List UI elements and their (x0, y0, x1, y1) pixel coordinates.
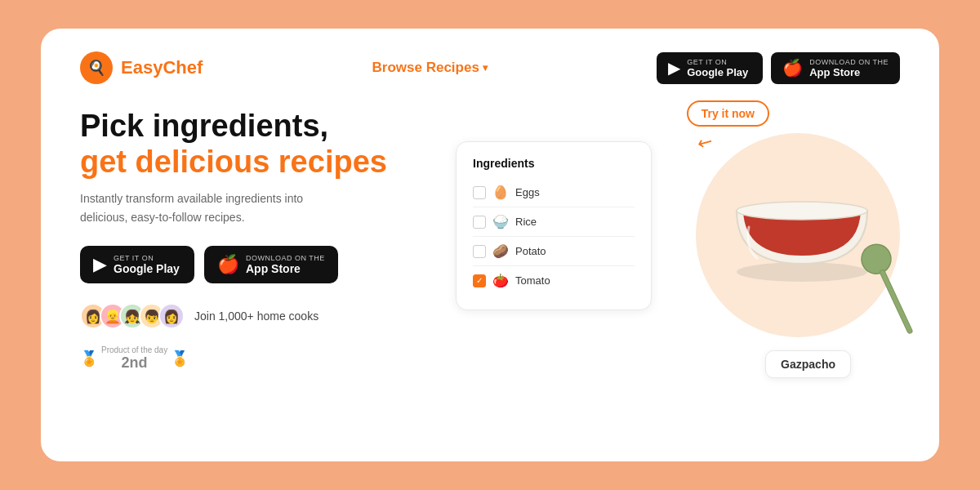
ingredients-title: Ingredients (473, 157, 635, 170)
ingredient-row-potato: 🥔 Potato (473, 237, 635, 266)
download-buttons: ▶ GET IT ON Google Play 🍎 Download on th… (80, 246, 423, 283)
apple-icon: 🍎 (782, 58, 803, 78)
recipe-label: Gazpacho (765, 350, 851, 378)
checkbox-tomato[interactable]: ✓ (473, 274, 486, 287)
ingredient-row-eggs: 🥚 Eggs (473, 178, 635, 207)
google-play-small-text: GET IT ON (687, 58, 748, 66)
badge-right-icon: 🏅 (171, 350, 189, 368)
header-app-store-button[interactable]: 🍎 Download on the App Store (771, 52, 900, 84)
header: 🍳 EasyChef Browse Recipes ▾ ▶ GET IT ON … (41, 29, 939, 84)
checkbox-potato[interactable] (473, 245, 486, 258)
svg-rect-7 (880, 270, 913, 335)
recipe-name: Gazpacho (781, 358, 835, 371)
tomato-icon: 🍅 (492, 273, 509, 288)
product-badge: 🏅 Product of the day 2nd 🏅 (80, 345, 423, 372)
checkbox-rice[interactable] (473, 216, 486, 229)
ingredient-row-rice: 🍚 Rice (473, 207, 635, 237)
eggs-icon: 🥚 (492, 185, 509, 200)
headline-black: Pick ingredients, (80, 109, 328, 143)
potato-icon: 🥔 (492, 243, 509, 259)
chevron-down-icon: ▾ (483, 62, 488, 74)
potato-label: Potato (515, 245, 546, 257)
try-it-label: Try it now (702, 107, 755, 120)
google-play-icon: ▶ (93, 254, 107, 275)
app-store-big-text: App Store (809, 66, 889, 78)
left-column: Pick ingredients, get delicious recipes … (80, 109, 423, 372)
social-proof: 👩 👱 👧 👦 👩 Join 1,000+ home cooks (80, 303, 423, 329)
main-content: Pick ingredients, get delicious recipes … (41, 84, 939, 372)
badge-label: Product of the day (101, 345, 167, 354)
logo-text: EasyChef (121, 57, 203, 78)
badge-rank: 2nd (122, 354, 148, 372)
apple-small-text: Download on the (246, 254, 325, 262)
ingredient-row-tomato: ✓ 🍅 Tomato (473, 266, 635, 295)
google-play-big-text: Google Play (687, 66, 748, 78)
google-play-icon: ▶ (668, 58, 680, 78)
svg-point-5 (737, 202, 867, 220)
avatar-group: 👩 👱 👧 👦 👩 (80, 303, 185, 329)
logo-area: 🍳 EasyChef (80, 51, 203, 84)
rice-label: Rice (515, 216, 537, 228)
checkbox-eggs[interactable] (473, 186, 486, 199)
header-store-buttons: ▶ GET IT ON Google Play 🍎 Download on th… (657, 52, 900, 84)
avatar: 👩 (158, 303, 185, 329)
app-store-small-text: Download on the (809, 58, 889, 66)
apple-big-text: App Store (246, 262, 325, 275)
ingredients-card: Ingredients 🥚 Eggs 🍚 Rice 🥔 Potato (456, 141, 652, 310)
tomato-label: Tomato (515, 274, 550, 287)
browse-recipes-label: Browse Recipes (372, 60, 479, 76)
hero-subtext: Instantly transform available ingredient… (80, 189, 341, 226)
svg-point-0 (737, 262, 867, 282)
social-proof-text: Join 1,000+ home cooks (194, 310, 318, 323)
badge-left-icon: 🏅 (80, 350, 98, 368)
logo-chef: Chef (163, 57, 203, 78)
logo-easy: Easy (121, 57, 163, 78)
rice-icon: 🍚 (492, 214, 509, 229)
google-play-button[interactable]: ▶ GET IT ON Google Play (80, 246, 194, 283)
try-it-bubble[interactable]: Try it now (687, 100, 769, 127)
headline: Pick ingredients, get delicious recipes (80, 109, 423, 180)
headline-orange: get delicious recipes (80, 145, 423, 180)
nav-center: Browse Recipes ▾ (372, 60, 488, 76)
right-column: Try it now ↙ Ingredients 🥚 Eggs 🍚 Rice (456, 109, 900, 372)
apple-logo-icon: 🍎 (217, 254, 239, 275)
google-big-text: Google Play (114, 262, 180, 275)
eggs-label: Eggs (515, 186, 540, 198)
app-store-button[interactable]: 🍎 Download on the App Store (204, 246, 338, 283)
food-illustration-area: Gazpacho (671, 117, 916, 362)
main-card: 🍳 EasyChef Browse Recipes ▾ ▶ GET IT ON … (41, 29, 939, 461)
header-google-play-button[interactable]: ▶ GET IT ON Google Play (657, 52, 763, 84)
logo-icon: 🍳 (80, 51, 113, 84)
browse-recipes-nav[interactable]: Browse Recipes ▾ (372, 60, 488, 76)
google-small-text: GET IT ON (114, 254, 180, 262)
